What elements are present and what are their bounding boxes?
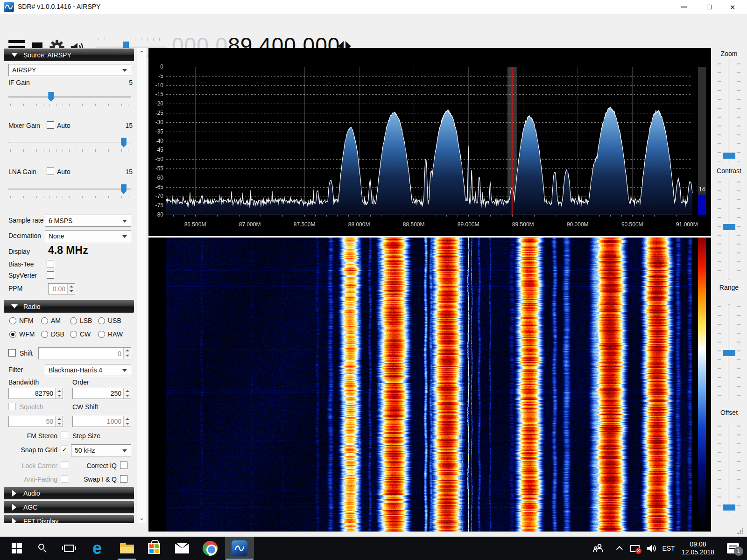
mixer-auto-checkbox[interactable] <box>47 121 54 129</box>
mode-nfm[interactable]: NFM <box>9 317 33 324</box>
correct-iq-label: Correct IQ <box>72 462 117 469</box>
ppm-input[interactable]: 0.00 <box>48 283 75 294</box>
spectrum-analyzer[interactable] <box>148 48 711 236</box>
start-button[interactable] <box>4 537 30 560</box>
radio-panel-header[interactable]: Radio <box>4 300 134 313</box>
correct-iq-checkbox[interactable] <box>120 462 127 469</box>
cw-shift-input[interactable]: 1000 <box>72 416 131 427</box>
bias-tee-checkbox[interactable] <box>47 260 54 267</box>
expand-icon <box>12 518 16 523</box>
mode-dsb[interactable]: DSB <box>41 330 64 338</box>
order-input[interactable]: 250 <box>72 388 131 399</box>
bandwidth-input[interactable]: 82790 <box>8 388 63 399</box>
mixer-gain-slider[interactable] <box>8 137 131 152</box>
swap-iq-checkbox[interactable] <box>120 475 127 483</box>
close-button[interactable]: ✕ <box>722 0 743 14</box>
tray-volume-button[interactable] <box>643 537 660 560</box>
taskbar-edge-button[interactable]: e <box>84 537 110 560</box>
tray-overflow-button[interactable] <box>613 537 628 560</box>
shift-checkbox[interactable] <box>8 349 16 357</box>
spin-up-icon[interactable] <box>124 388 131 393</box>
resize-grip[interactable] <box>737 528 743 535</box>
lock-carrier-checkbox[interactable] <box>61 462 68 469</box>
mode-cw[interactable]: CW <box>70 330 91 338</box>
squelch-input[interactable]: 50 <box>8 416 63 427</box>
spin-up-icon[interactable] <box>68 284 75 289</box>
step-size-label: Step Size <box>72 432 100 440</box>
action-center-button[interactable]: 1 <box>723 537 743 560</box>
if-gain-slider[interactable] <box>8 91 131 106</box>
zoom-slider[interactable] <box>711 62 747 163</box>
tray-clock-button[interactable]: 09:08 12.05.2018 <box>678 537 718 560</box>
mode-lsb[interactable]: LSB <box>70 317 92 324</box>
waterfall-display[interactable] <box>148 238 711 532</box>
mode-raw[interactable]: RAW <box>98 330 123 338</box>
tray-people-button[interactable] <box>589 537 608 560</box>
source-device-select[interactable]: AIRSPY <box>8 64 131 76</box>
lna-auto-checkbox[interactable] <box>47 168 54 175</box>
taskbar: e ✕ EST <box>0 537 747 560</box>
taskbar-mail-button[interactable] <box>169 537 195 560</box>
spin-down-icon[interactable] <box>56 393 63 399</box>
squelch-label: Squelch <box>20 403 43 411</box>
scroll-down-icon[interactable]: ⌄ <box>137 514 146 522</box>
filter-select[interactable]: Blackman-Harris 4 <box>45 364 131 376</box>
if-gain-handle[interactable] <box>48 92 54 102</box>
task-view-button[interactable] <box>56 537 82 560</box>
spin-up-icon[interactable] <box>56 388 63 393</box>
taskbar-file-explorer-button[interactable] <box>114 537 140 560</box>
mode-am[interactable]: AM <box>41 317 61 324</box>
spin-up-icon[interactable] <box>124 416 131 421</box>
lna-gain-slider[interactable] <box>8 183 131 198</box>
spyverter-checkbox[interactable] <box>47 271 54 279</box>
maximize-button[interactable] <box>698 0 720 14</box>
fm-stereo-checkbox[interactable] <box>61 432 68 439</box>
offset-slider[interactable] <box>711 424 747 512</box>
lna-gain-handle[interactable] <box>121 184 127 194</box>
tray-language-button[interactable]: EST <box>659 537 678 560</box>
agc-panel-header[interactable]: AGC <box>4 501 134 513</box>
radio-icon <box>41 331 48 338</box>
taskbar-chrome-button[interactable] <box>197 537 223 560</box>
tray-network-button[interactable]: ✕ <box>627 537 643 560</box>
sidebar-scrollbar[interactable]: ⌃ ⌄ <box>137 48 146 523</box>
sample-rate-select[interactable]: 6 MSPS <box>45 215 131 227</box>
zoom-handle[interactable] <box>723 153 735 159</box>
squelch-checkbox[interactable] <box>8 403 16 410</box>
contrast-handle[interactable] <box>723 224 735 230</box>
bandwidth-label: Bandwidth <box>8 378 39 386</box>
volume-ticks <box>99 38 164 41</box>
source-panel-header[interactable]: Source: AIRSPY <box>4 49 134 61</box>
radio-icon <box>70 331 77 338</box>
range-handle[interactable] <box>723 350 735 356</box>
spin-down-icon[interactable] <box>124 421 131 427</box>
spin-up-icon[interactable] <box>124 348 131 353</box>
taskbar-search-button[interactable] <box>30 537 56 560</box>
anti-fading-checkbox[interactable] <box>61 475 68 483</box>
snap-to-grid-checkbox[interactable] <box>61 446 68 453</box>
spin-down-icon[interactable] <box>124 353 131 359</box>
collapse-icon <box>11 304 18 308</box>
mode-usb[interactable]: USB <box>98 317 121 324</box>
audio-panel-header[interactable]: Audio <box>4 487 134 499</box>
scroll-up-icon[interactable]: ⌃ <box>137 49 146 57</box>
shift-input[interactable]: 0 <box>38 347 131 359</box>
mixer-gain-handle[interactable] <box>121 138 127 147</box>
fft-display-panel-header[interactable]: FFT Display <box>4 515 134 523</box>
mode-wfm[interactable]: WFM <box>9 330 35 338</box>
contrast-slider[interactable] <box>711 180 747 280</box>
sdrsharp-logo-icon <box>4 2 14 12</box>
range-slider[interactable] <box>711 304 747 401</box>
decimation-select[interactable]: None <box>45 230 131 242</box>
offset-handle[interactable] <box>723 504 735 511</box>
spin-up-icon[interactable] <box>56 416 63 421</box>
step-size-select[interactable]: 50 kHz <box>71 444 131 456</box>
cw-shift-label: CW Shift <box>72 403 98 411</box>
taskbar-store-button[interactable] <box>141 537 167 560</box>
taskbar-sdrsharp-button[interactable] <box>225 537 254 560</box>
minimize-button[interactable] <box>673 0 695 14</box>
chrome-icon <box>203 541 218 556</box>
spin-down-icon[interactable] <box>124 393 131 399</box>
spin-down-icon[interactable] <box>68 289 75 294</box>
spin-down-icon[interactable] <box>56 421 63 427</box>
